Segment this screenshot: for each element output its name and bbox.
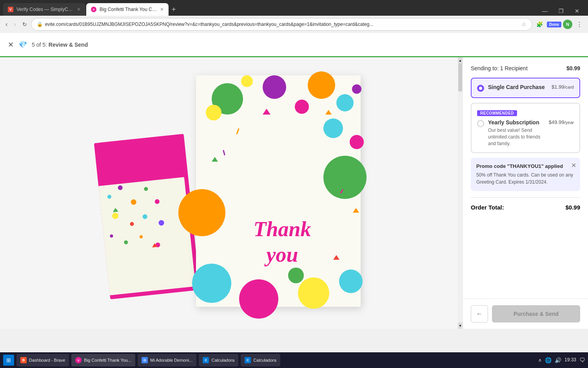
tab-2-favicon: e — [91, 7, 96, 12]
recommended-badge: RECOMMENDED — [477, 110, 517, 116]
tab-1-title: Verify Codes — SimplyCodes — [16, 7, 74, 12]
gem-icon: 💎 — [18, 40, 27, 49]
address-bar-row: ‹ › ↻ 🔒 evite.com/cards/01B95UJZMNJBGMJI… — [0, 16, 588, 33]
svg-point-28 — [178, 189, 225, 236]
up-arrow-icon[interactable]: ∧ — [538, 357, 542, 363]
taskbar-item-5[interactable]: C Calculadora — [241, 354, 280, 366]
option-header: Single Card Purchase $1.99/card — [477, 84, 574, 92]
scroll-bottom-btn[interactable]: ▼ — [458, 322, 463, 329]
taskbar-clock[interactable]: 19:33 — [564, 357, 576, 363]
svg-point-21 — [336, 94, 354, 111]
svg-point-22 — [241, 75, 253, 87]
taskbar-label-4: Calculadora — [211, 358, 234, 363]
browser-chrome: V Verify Codes — SimplyCodes ✕ e Big Con… — [0, 0, 588, 33]
lock-icon: 🔒 — [37, 22, 43, 27]
svg-point-20 — [308, 71, 335, 99]
yearly-subscription-option[interactable]: RECOMMENDED Yearly Subscription Our best… — [471, 103, 580, 153]
step-name: Review & Send — [49, 42, 88, 48]
star-icon[interactable]: ☆ — [521, 21, 526, 27]
single-option-title: Single Card Purchase — [488, 84, 545, 90]
card-preview: Thank you ▲ ▼ — [0, 57, 463, 329]
preview-scrollbar-track: ▲ ▼ — [458, 57, 463, 329]
svg-point-34 — [288, 268, 304, 283]
volume-icon[interactable]: 🔊 — [555, 357, 561, 363]
purchase-send-button[interactable]: Purchase & Send — [492, 305, 580, 322]
svg-point-23 — [295, 100, 309, 114]
taskbar-favicon-3: G — [142, 357, 148, 363]
svg-point-24 — [323, 118, 343, 138]
taskbar-item-1[interactable]: B Dashboard - Brave — [16, 354, 69, 366]
back-nav-button[interactable]: ‹ — [3, 19, 10, 29]
brave-done-badge: Done — [547, 22, 561, 27]
svg-point-26 — [206, 105, 221, 120]
tab-1[interactable]: V Verify Codes — SimplyCodes ✕ — [3, 3, 85, 16]
forward-nav-button[interactable]: › — [11, 19, 18, 29]
tab-1-close[interactable]: ✕ — [77, 7, 81, 12]
minimize-button[interactable]: — — [537, 6, 553, 16]
profile-icon[interactable]: N — [563, 20, 572, 29]
step-number: 5 of 5: — [32, 42, 47, 48]
taskbar-time: 19:33 — [564, 357, 576, 363]
taskbar-item-4[interactable]: C Calculadora — [199, 354, 238, 366]
close-window-button[interactable]: ✕ — [569, 6, 585, 16]
scroll-top-btn[interactable]: ▲ — [458, 57, 463, 64]
main-layout: Thank you ▲ ▼ Sending to: 1 Recipient $0… — [0, 57, 588, 329]
right-panel: Sending to: 1 Recipient $0.99 Single Car… — [463, 57, 588, 329]
svg-point-27 — [323, 156, 367, 199]
menu-button[interactable]: ⋮ — [574, 19, 585, 30]
sending-row: Sending to: 1 Recipient $0.99 — [471, 65, 580, 71]
taskbar-favicon-2: e — [75, 357, 82, 363]
taskbar-favicon-1: B — [20, 357, 27, 363]
yearly-option-header: Yearly Subscription Our best value! Send… — [477, 119, 574, 147]
order-total-row: Order Total: $0.99 — [471, 197, 580, 211]
taskbar-right: ∧ 🌐 🔊 19:33 🗨 — [538, 357, 585, 363]
network-icon[interactable]: 🌐 — [545, 357, 552, 363]
tab-2-close[interactable]: ✕ — [160, 7, 164, 12]
maximize-button[interactable]: ❐ — [553, 6, 569, 16]
taskbar-label-3: Mi Adorable Demoni... — [150, 358, 192, 363]
order-total-price: $0.99 — [565, 204, 580, 211]
panel-content: Sending to: 1 Recipient $0.99 Single Car… — [463, 57, 588, 292]
app-header: ✕ 💎 5 of 5: Review & Send — [0, 33, 588, 57]
promo-close-button[interactable]: ✕ — [571, 162, 576, 169]
tab-2[interactable]: e Big Confetti Thank You Card | E ✕ — [86, 3, 169, 16]
tab-bar: V Verify Codes — SimplyCodes ✕ e Big Con… — [0, 0, 588, 16]
single-option-price: $1.99/card — [552, 84, 574, 90]
notification-icon[interactable]: 🗨 — [579, 357, 585, 363]
address-bar[interactable]: 🔒 evite.com/cards/01B95UJZMNJBGMJISEPOZO… — [31, 18, 532, 31]
single-card-option[interactable]: Single Card Purchase $1.99/card — [471, 78, 580, 98]
sending-label: Sending to: 1 Recipient — [471, 65, 528, 71]
svg-point-29 — [350, 135, 364, 149]
svg-point-31 — [239, 279, 278, 319]
back-button[interactable]: ← — [471, 305, 488, 322]
radio-unselected[interactable] — [477, 120, 484, 127]
svg-point-32 — [298, 277, 329, 309]
order-total-label: Order Total: — [471, 204, 504, 211]
card-illustration: Thank you — [78, 67, 384, 319]
radio-selected[interactable] — [477, 85, 484, 92]
taskbar-label-5: Calculadora — [253, 358, 276, 363]
start-button[interactable]: ⊞ — [3, 355, 14, 366]
panel-footer: ← Purchase & Send — [463, 299, 588, 329]
taskbar-item-3[interactable]: G Mi Adorable Demoni... — [138, 354, 196, 366]
taskbar-favicon-4: C — [203, 357, 209, 363]
promo-description: 50% off Thank You cards. Can be used on … — [476, 171, 575, 186]
taskbar-label-1: Dashboard - Brave — [29, 358, 65, 363]
header-close-button[interactable]: ✕ — [8, 40, 14, 49]
svg-point-33 — [339, 270, 363, 293]
svg-text:you: you — [264, 243, 298, 266]
new-tab-button[interactable]: + — [169, 3, 178, 16]
yearly-option-price: $49.99/year — [549, 119, 574, 125]
window-controls: — ❐ ✕ — [537, 6, 585, 16]
app-content: ✕ 💎 5 of 5: Review & Send — [0, 33, 588, 329]
extensions-button[interactable]: 🧩 — [534, 20, 545, 29]
url-text: evite.com/cards/01B95UJZMNJBGMJISEPOZOJA… — [45, 22, 519, 27]
svg-text:Thank: Thank — [253, 217, 311, 241]
taskbar: ⊞ B Dashboard - Brave e Big Confetti Tha… — [0, 352, 588, 368]
tab-1-favicon: V — [8, 7, 13, 12]
yearly-option-title: Yearly Subscription — [488, 119, 545, 126]
preview-scrollbar-thumb[interactable] — [458, 60, 462, 92]
taskbar-label-2: Big Confetti Thank You... — [84, 358, 131, 363]
taskbar-item-2[interactable]: e Big Confetti Thank You... — [71, 354, 135, 366]
reload-button[interactable]: ↻ — [20, 20, 29, 29]
